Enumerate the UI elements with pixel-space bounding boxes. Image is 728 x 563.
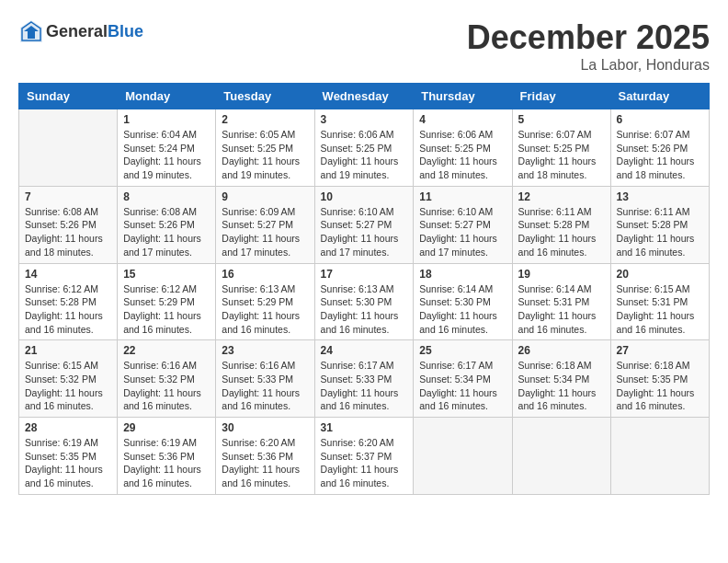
day-info: Sunrise: 6:06 AMSunset: 5:25 PMDaylight:… [419, 128, 506, 182]
calendar-day-cell: 22 Sunrise: 6:16 AMSunset: 5:32 PMDaylig… [118, 340, 216, 418]
day-number: 11 [419, 190, 506, 203]
day-info: Sunrise: 6:12 AMSunset: 5:28 PMDaylight:… [25, 282, 111, 337]
day-info: Sunrise: 6:19 AMSunset: 5:36 PMDaylight:… [123, 436, 210, 490]
calendar-day-cell [19, 109, 118, 187]
day-number: 18 [419, 268, 506, 281]
day-number: 31 [321, 421, 408, 434]
day-number: 27 [617, 344, 703, 357]
day-info: Sunrise: 6:09 AMSunset: 5:27 PMDaylight:… [222, 205, 308, 259]
day-info: Sunrise: 6:18 AMSunset: 5:34 PMDaylight:… [518, 359, 605, 413]
calendar-day-cell: 3 Sunrise: 6:06 AMSunset: 5:25 PMDayligh… [314, 109, 414, 187]
day-info: Sunrise: 6:06 AMSunset: 5:25 PMDaylight:… [321, 128, 408, 182]
day-number: 15 [123, 268, 210, 281]
calendar-day-cell: 25 Sunrise: 6:17 AMSunset: 5:34 PMDaylig… [414, 340, 512, 418]
day-of-week-header: Saturday [610, 84, 709, 109]
day-info: Sunrise: 6:13 AMSunset: 5:29 PMDaylight:… [222, 282, 308, 337]
day-info: Sunrise: 6:11 AMSunset: 5:28 PMDaylight:… [518, 205, 605, 259]
calendar-day-cell: 2 Sunrise: 6:05 AMSunset: 5:25 PMDayligh… [216, 109, 314, 187]
calendar-day-cell: 30 Sunrise: 6:20 AMSunset: 5:36 PMDaylig… [216, 418, 314, 495]
day-number: 26 [518, 344, 605, 357]
day-of-week-header: Monday [118, 84, 216, 109]
calendar-day-cell: 15 Sunrise: 6:12 AMSunset: 5:29 PMDaylig… [118, 263, 216, 340]
calendar-day-cell: 12 Sunrise: 6:11 AMSunset: 5:28 PMDaylig… [512, 186, 610, 263]
day-number: 13 [617, 190, 703, 203]
day-number: 5 [518, 113, 605, 126]
calendar-week-row: 28 Sunrise: 6:19 AMSunset: 5:35 PMDaylig… [19, 418, 710, 495]
calendar-day-cell: 13 Sunrise: 6:11 AMSunset: 5:28 PMDaylig… [610, 186, 709, 263]
day-number: 7 [25, 190, 111, 203]
calendar-week-row: 14 Sunrise: 6:12 AMSunset: 5:28 PMDaylig… [19, 263, 710, 340]
day-info: Sunrise: 6:05 AMSunset: 5:25 PMDaylight:… [222, 128, 308, 182]
calendar-day-cell: 16 Sunrise: 6:13 AMSunset: 5:29 PMDaylig… [216, 263, 314, 340]
day-number: 14 [25, 268, 111, 281]
calendar-day-cell: 14 Sunrise: 6:12 AMSunset: 5:28 PMDaylig… [19, 263, 118, 340]
day-info: Sunrise: 6:19 AMSunset: 5:35 PMDaylight:… [25, 436, 111, 490]
calendar-day-cell [512, 418, 610, 495]
calendar-day-cell: 20 Sunrise: 6:15 AMSunset: 5:31 PMDaylig… [610, 263, 709, 340]
calendar-day-cell: 5 Sunrise: 6:07 AMSunset: 5:25 PMDayligh… [512, 109, 610, 187]
logo-general: General [46, 22, 108, 40]
logo-text: GeneralBlue [46, 22, 143, 41]
day-info: Sunrise: 6:08 AMSunset: 5:26 PMDaylight:… [123, 205, 210, 259]
day-number: 22 [123, 344, 210, 357]
calendar-day-cell: 7 Sunrise: 6:08 AMSunset: 5:26 PMDayligh… [19, 186, 118, 263]
logo: GeneralBlue [18, 18, 143, 44]
day-number: 29 [123, 421, 210, 434]
day-number: 16 [222, 268, 308, 281]
calendar-week-row: 21 Sunrise: 6:15 AMSunset: 5:32 PMDaylig… [19, 340, 710, 418]
day-number: 23 [222, 344, 308, 357]
calendar-day-cell: 31 Sunrise: 6:20 AMSunset: 5:37 PMDaylig… [314, 418, 414, 495]
day-info: Sunrise: 6:12 AMSunset: 5:29 PMDaylight:… [123, 282, 210, 337]
page-header: GeneralBlue December 2025 La Labor, Hond… [18, 18, 710, 74]
day-number: 21 [25, 344, 111, 357]
calendar-week-row: 7 Sunrise: 6:08 AMSunset: 5:26 PMDayligh… [19, 186, 710, 263]
calendar-day-cell: 28 Sunrise: 6:19 AMSunset: 5:35 PMDaylig… [19, 418, 118, 495]
day-number: 12 [518, 190, 605, 203]
day-info: Sunrise: 6:11 AMSunset: 5:28 PMDaylight:… [617, 205, 703, 259]
calendar-table: SundayMondayTuesdayWednesdayThursdayFrid… [18, 83, 710, 495]
day-number: 28 [25, 421, 111, 434]
calendar-day-cell: 11 Sunrise: 6:10 AMSunset: 5:27 PMDaylig… [414, 186, 512, 263]
day-info: Sunrise: 6:04 AMSunset: 5:24 PMDaylight:… [123, 128, 210, 182]
day-info: Sunrise: 6:10 AMSunset: 5:27 PMDaylight:… [419, 205, 506, 259]
calendar-day-cell: 6 Sunrise: 6:07 AMSunset: 5:26 PMDayligh… [610, 109, 709, 187]
day-number: 8 [123, 190, 210, 203]
calendar-day-cell: 26 Sunrise: 6:18 AMSunset: 5:34 PMDaylig… [512, 340, 610, 418]
logo-icon [18, 18, 44, 44]
day-number: 9 [222, 190, 308, 203]
day-info: Sunrise: 6:20 AMSunset: 5:36 PMDaylight:… [222, 436, 308, 490]
day-number: 24 [321, 344, 408, 357]
day-info: Sunrise: 6:20 AMSunset: 5:37 PMDaylight:… [321, 436, 408, 490]
day-info: Sunrise: 6:07 AMSunset: 5:26 PMDaylight:… [617, 128, 703, 182]
calendar-day-cell: 4 Sunrise: 6:06 AMSunset: 5:25 PMDayligh… [414, 109, 512, 187]
day-number: 6 [617, 113, 703, 126]
day-info: Sunrise: 6:16 AMSunset: 5:32 PMDaylight:… [123, 359, 210, 413]
day-info: Sunrise: 6:15 AMSunset: 5:31 PMDaylight:… [617, 282, 703, 337]
day-info: Sunrise: 6:17 AMSunset: 5:33 PMDaylight:… [321, 359, 408, 413]
day-info: Sunrise: 6:08 AMSunset: 5:26 PMDaylight:… [25, 205, 111, 259]
day-info: Sunrise: 6:14 AMSunset: 5:30 PMDaylight:… [419, 282, 506, 337]
calendar-day-cell [414, 418, 512, 495]
calendar-day-cell [610, 418, 709, 495]
logo-blue: Blue [108, 22, 143, 40]
month-title: December 2025 [467, 18, 710, 57]
day-of-week-header: Thursday [414, 84, 512, 109]
calendar-day-cell: 10 Sunrise: 6:10 AMSunset: 5:27 PMDaylig… [314, 186, 414, 263]
calendar-day-cell: 24 Sunrise: 6:17 AMSunset: 5:33 PMDaylig… [314, 340, 414, 418]
calendar-week-row: 1 Sunrise: 6:04 AMSunset: 5:24 PMDayligh… [19, 109, 710, 187]
calendar-day-cell: 17 Sunrise: 6:13 AMSunset: 5:30 PMDaylig… [314, 263, 414, 340]
day-info: Sunrise: 6:17 AMSunset: 5:34 PMDaylight:… [419, 359, 506, 413]
day-info: Sunrise: 6:14 AMSunset: 5:31 PMDaylight:… [518, 282, 605, 337]
calendar-day-cell: 18 Sunrise: 6:14 AMSunset: 5:30 PMDaylig… [414, 263, 512, 340]
day-info: Sunrise: 6:15 AMSunset: 5:32 PMDaylight:… [25, 359, 111, 413]
calendar-day-cell: 19 Sunrise: 6:14 AMSunset: 5:31 PMDaylig… [512, 263, 610, 340]
day-of-week-header: Friday [512, 84, 610, 109]
day-number: 2 [222, 113, 308, 126]
calendar-day-cell: 8 Sunrise: 6:08 AMSunset: 5:26 PMDayligh… [118, 186, 216, 263]
calendar-day-cell: 27 Sunrise: 6:18 AMSunset: 5:35 PMDaylig… [610, 340, 709, 418]
day-number: 20 [617, 268, 703, 281]
day-info: Sunrise: 6:07 AMSunset: 5:25 PMDaylight:… [518, 128, 605, 182]
day-of-week-header: Tuesday [216, 84, 314, 109]
day-number: 19 [518, 268, 605, 281]
calendar-day-cell: 23 Sunrise: 6:16 AMSunset: 5:33 PMDaylig… [216, 340, 314, 418]
